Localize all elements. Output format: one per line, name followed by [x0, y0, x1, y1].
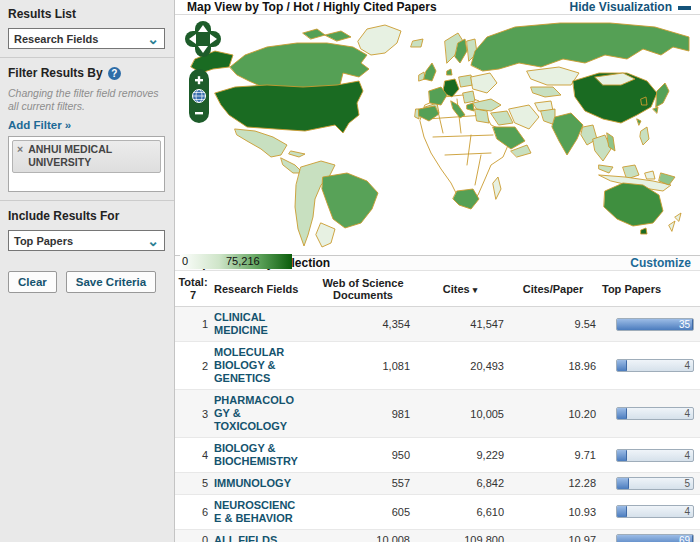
top-papers-bar: 35 — [616, 318, 694, 331]
top-papers-bar: 4 — [616, 359, 694, 372]
sort-descending-icon: ▾ — [473, 285, 478, 295]
clear-button[interactable]: Clear — [8, 271, 57, 293]
globe-icon — [193, 90, 206, 103]
top-papers-bar: 69 — [616, 534, 694, 542]
table-row: 2 MOLECULAR BIOLOGY & GENETICS 1,081 20,… — [175, 342, 700, 390]
research-field-link[interactable]: MOLECULAR BIOLOGY & GENETICS — [214, 346, 300, 385]
research-field-link[interactable]: NEUROSCIENCE & BEHAVIOR — [214, 499, 300, 525]
results-list-dropdown[interactable]: Research Fields ⌄ — [8, 28, 165, 49]
rank-cell: 2 — [175, 342, 211, 390]
map-title: Map View by Top / Hot / Highly Cited Pap… — [187, 0, 437, 14]
top-papers-value: 5 — [684, 478, 690, 490]
field-cell: PHARMACOLOGY & TOXICOLOGY — [211, 390, 313, 438]
documents-cell: 981 — [313, 390, 413, 438]
cites-per-paper-header: Cites/Paper — [507, 271, 599, 307]
cites-cell: 20,493 — [413, 342, 507, 390]
results-list-section: Results List Research Fields ⌄ — [8, 7, 165, 49]
top-papers-cell: 4 — [599, 494, 700, 529]
table-row: 0 ALL FIELDS 10,008 109,800 10.97 69 — [175, 529, 700, 542]
world-choropleth-map[interactable] — [175, 15, 700, 248]
chevron-down-icon: ⌄ — [147, 34, 159, 44]
sidebar: Results List Research Fields ⌄ Filter Re… — [0, 0, 175, 542]
rank-cell: 5 — [175, 472, 211, 494]
top-papers-cell: 4 — [599, 438, 700, 473]
documents-header: Web of Science Documents — [313, 271, 413, 307]
results-list-heading: Results List — [8, 7, 165, 21]
top-papers-cell: 35 — [599, 307, 700, 342]
research-field-link[interactable]: PHARMACOLOGY & TOXICOLOGY — [214, 394, 300, 433]
remove-filter-icon[interactable]: × — [17, 143, 23, 169]
research-field-link[interactable]: ALL FIELDS — [214, 534, 300, 542]
field-cell: IMMUNOLOGY — [211, 472, 313, 494]
rank-cell: 0 — [175, 529, 211, 542]
legend-max-value: 75,216 — [226, 255, 260, 267]
documents-cell: 950 — [313, 438, 413, 473]
top-papers-bar-fill — [617, 450, 627, 461]
main-panel: Map View by Top / Hot / Highly Cited Pap… — [175, 0, 700, 542]
include-results-dropdown[interactable]: Top Papers ⌄ — [8, 230, 165, 251]
documents-cell: 1,081 — [313, 342, 413, 390]
hide-visualization-link[interactable]: Hide Visualization — [570, 0, 691, 14]
cites-cell: 41,547 — [413, 307, 507, 342]
table-row: 5 IMMUNOLOGY 557 6,842 12.28 5 — [175, 472, 700, 494]
map-area: 0 75,216 — [175, 15, 700, 248]
documents-cell: 557 — [313, 472, 413, 494]
table-row: 3 PHARMACOLOGY & TOXICOLOGY 981 10,005 1… — [175, 390, 700, 438]
filter-tag-label: ANHUI MEDICAL UNIVERSITY — [28, 143, 156, 169]
top-papers-value: 69 — [679, 535, 690, 542]
results-list-value: Research Fields — [14, 33, 98, 45]
cites-per-paper-cell: 9.54 — [507, 307, 599, 342]
cites-per-paper-cell: 18.96 — [507, 342, 599, 390]
cites-cell: 9,229 — [413, 438, 507, 473]
research-field-link[interactable]: IMMUNOLOGY — [214, 477, 300, 490]
filter-heading-label: Filter Results By — [8, 66, 103, 80]
documents-cell: 10,008 — [313, 529, 413, 542]
filter-box: × ANHUI MEDICAL UNIVERSITY — [8, 136, 165, 192]
top-papers-bar-fill — [617, 506, 627, 517]
report-table-header-row: Total: 7 Research Fields Web of Science … — [175, 271, 700, 307]
rank-cell: 3 — [175, 390, 211, 438]
cites-cell: 6,610 — [413, 494, 507, 529]
field-cell: MOLECULAR BIOLOGY & GENETICS — [211, 342, 313, 390]
cites-per-paper-cell: 10.93 — [507, 494, 599, 529]
top-papers-cell: 69 — [599, 529, 700, 542]
add-filter-link[interactable]: Add Filter » — [8, 119, 71, 131]
top-papers-value: 4 — [684, 408, 690, 420]
include-results-heading: Include Results For — [8, 209, 165, 223]
field-cell: BIOLOGY & BIOCHEMISTRY — [211, 438, 313, 473]
research-field-link[interactable]: BIOLOGY & BIOCHEMISTRY — [214, 442, 300, 468]
field-cell: ALL FIELDS — [211, 529, 313, 542]
total-value: 7 — [178, 289, 208, 302]
field-cell: CLINICAL MEDICINE — [211, 307, 313, 342]
rank-cell: 1 — [175, 307, 211, 342]
documents-cell: 605 — [313, 494, 413, 529]
top-papers-bar: 4 — [616, 407, 694, 420]
top-papers-cell: 4 — [599, 342, 700, 390]
cites-sort-header[interactable]: Cites ▾ — [413, 271, 507, 307]
rank-cell: 6 — [175, 494, 211, 529]
include-results-section: Include Results For Top Papers ⌄ — [8, 209, 165, 251]
map-zoom-control[interactable] — [189, 69, 209, 123]
map-legend: 0 75,216 — [180, 251, 700, 275]
documents-cell: 4,354 — [313, 307, 413, 342]
top-papers-value: 4 — [684, 360, 690, 372]
top-papers-value: 35 — [679, 319, 690, 331]
total-label: Total: — [178, 276, 208, 289]
cites-header-label: Cites — [443, 283, 470, 295]
cites-per-paper-cell: 10.20 — [507, 390, 599, 438]
top-papers-value: 4 — [684, 450, 690, 462]
research-fields-header: Research Fields — [211, 271, 313, 307]
field-cell: NEUROSCIENCE & BEHAVIOR — [211, 494, 313, 529]
top-papers-cell: 4 — [599, 390, 700, 438]
top-papers-bar: 5 — [616, 477, 694, 490]
top-papers-cell: 5 — [599, 472, 700, 494]
research-field-link[interactable]: CLINICAL MEDICINE — [214, 311, 300, 337]
report-table: Total: 7 Research Fields Web of Science … — [175, 271, 700, 542]
rank-cell: 4 — [175, 438, 211, 473]
help-icon[interactable]: ? — [108, 67, 121, 80]
save-criteria-button[interactable]: Save Criteria — [66, 271, 156, 293]
cites-cell: 109,800 — [413, 529, 507, 542]
top-papers-bar: 4 — [616, 449, 694, 462]
app: Results List Research Fields ⌄ Filter Re… — [0, 0, 700, 542]
zoom-out-icon[interactable] — [195, 112, 203, 114]
